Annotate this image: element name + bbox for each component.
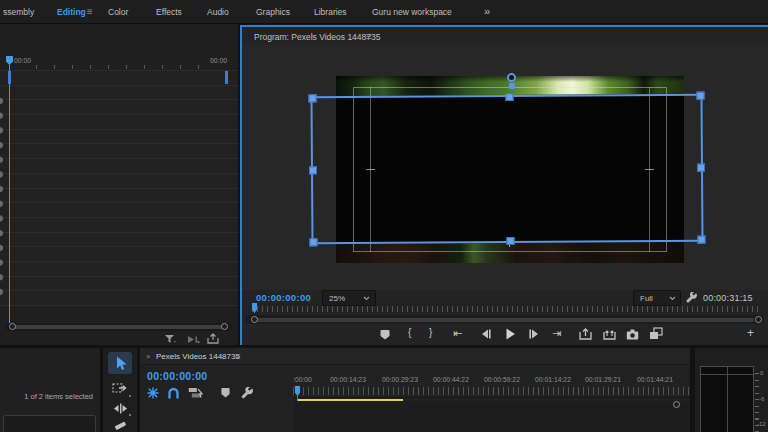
timeline-tab-row: × Pexels Videos 1448735 ≡ bbox=[140, 348, 690, 365]
program-header[interactable]: Program: Pexels Videos 1448735 ≡ bbox=[242, 27, 768, 45]
timeline-tab-label[interactable]: Pexels Videos 1448735 bbox=[156, 352, 240, 361]
ec-workarea-in-marker[interactable] bbox=[8, 71, 11, 84]
workspace-libraries[interactable]: Libraries bbox=[314, 7, 347, 17]
ec-hscrollbar-right-handle[interactable] bbox=[221, 323, 228, 330]
audio-scale-minus12: -12 bbox=[757, 421, 766, 427]
ruler-label: 00:01:44:21 bbox=[637, 376, 673, 383]
tab-close-icon[interactable]: × bbox=[146, 352, 151, 361]
snap-magnet-icon[interactable] bbox=[166, 386, 180, 399]
ec-hscrollbar-thumb[interactable] bbox=[14, 325, 224, 329]
timeline-timecode[interactable]: 00:00:00:00 bbox=[147, 370, 208, 382]
ec-playhead-line[interactable] bbox=[9, 64, 10, 331]
ec-workarea-out-marker[interactable] bbox=[225, 71, 228, 84]
ec-ruler-ticks[interactable] bbox=[36, 65, 212, 69]
program-panel-menu-icon[interactable]: ≡ bbox=[366, 31, 372, 42]
workspace-graphics[interactable]: Graphics bbox=[256, 7, 290, 17]
ruler-label: 00:00:44:22 bbox=[433, 376, 469, 383]
mark-out-icon[interactable]: } bbox=[429, 327, 432, 338]
program-title: Program: Pexels Videos 1448735 bbox=[254, 32, 380, 42]
ruler-label: :00:00 bbox=[293, 376, 312, 383]
workspace-editing[interactable]: Editing bbox=[57, 7, 86, 17]
audio-meter-channel-divider bbox=[727, 367, 728, 432]
program-current-timecode[interactable]: 00:00:00:00 bbox=[256, 292, 311, 303]
anchor-point-icon[interactable] bbox=[509, 83, 515, 89]
timeline-settings-wrench-icon[interactable] bbox=[240, 386, 254, 399]
transform-handle-top-left[interactable] bbox=[308, 94, 316, 102]
workspace-overflow-icon[interactable]: » bbox=[484, 5, 490, 17]
export-frame-camera-icon[interactable] bbox=[626, 328, 639, 340]
transform-bounding-box[interactable] bbox=[310, 94, 703, 245]
ec-hscrollbar-left-handle[interactable] bbox=[9, 323, 16, 330]
export-icon[interactable] bbox=[206, 333, 219, 344]
selection-tool[interactable] bbox=[108, 352, 132, 374]
ruler-label: 00:00:29:23 bbox=[382, 376, 418, 383]
playback-resolution-dropdown[interactable]: Full bbox=[633, 290, 681, 306]
ruler-label: 00:01:14:22 bbox=[535, 376, 571, 383]
razor-tool[interactable] bbox=[108, 419, 132, 432]
program-scrollbar-thumb[interactable] bbox=[256, 318, 754, 322]
tools-panel bbox=[103, 348, 137, 432]
extract-icon[interactable] bbox=[603, 328, 616, 340]
workspace-guru[interactable]: Guru new workspace bbox=[372, 7, 452, 17]
ripple-edit-tool[interactable] bbox=[108, 400, 132, 416]
ec-property-rows bbox=[0, 70, 238, 306]
program-viewer[interactable] bbox=[242, 45, 768, 290]
rotation-handle-icon[interactable] bbox=[507, 73, 516, 82]
workspace-bar: ssembly Editing ≡ Color Effects Audio Gr… bbox=[0, 0, 768, 24]
transform-handle-top-right[interactable] bbox=[696, 92, 704, 100]
lift-icon[interactable] bbox=[579, 328, 592, 340]
timeline-ruler-ticks[interactable] bbox=[293, 387, 690, 395]
program-duration-timecode: 00:00:31:15 bbox=[703, 293, 753, 303]
settings-wrench-icon[interactable] bbox=[685, 291, 698, 304]
timeline-panel: × Pexels Videos 1448735 ≡ 00:00:00:00 :0… bbox=[140, 348, 690, 432]
tool-flyout-dot bbox=[129, 414, 131, 416]
program-scrollbar-left-handle[interactable] bbox=[251, 316, 258, 323]
workspace-color[interactable]: Color bbox=[108, 7, 128, 17]
workspace-audio[interactable]: Audio bbox=[207, 7, 229, 17]
step-back-icon[interactable] bbox=[480, 329, 492, 339]
ec-ruler-start: 00:00 bbox=[14, 57, 31, 64]
workspace-effects[interactable]: Effects bbox=[156, 7, 182, 17]
timeline-tracks-area[interactable] bbox=[293, 401, 690, 432]
workspace-assembly[interactable]: ssembly bbox=[3, 7, 34, 17]
go-to-out-icon[interactable]: ⇥ bbox=[552, 327, 561, 340]
transform-handle-bottom-right[interactable] bbox=[697, 236, 705, 244]
transform-handle-top-center[interactable] bbox=[505, 93, 513, 101]
mark-in-icon[interactable]: { bbox=[408, 327, 411, 338]
audio-scale-0: 0 bbox=[760, 370, 763, 376]
nest-sequences-icon[interactable] bbox=[146, 386, 159, 399]
zoom-level-dropdown[interactable]: 25% bbox=[322, 290, 376, 306]
ec-playhead-head[interactable] bbox=[6, 56, 13, 65]
track-select-forward-tool[interactable] bbox=[108, 379, 132, 397]
program-scrollbar-right-handle[interactable] bbox=[755, 316, 762, 323]
step-forward-icon[interactable] bbox=[528, 329, 540, 339]
transform-handle-mid-left[interactable] bbox=[309, 166, 317, 174]
filter-properties-icon[interactable] bbox=[164, 334, 176, 344]
comparison-view-icon[interactable] bbox=[649, 327, 663, 340]
audio-meters-panel: 0 -6 -12 bbox=[695, 348, 768, 432]
ec-toggle-animation-icons[interactable] bbox=[0, 96, 5, 296]
add-marker-icon[interactable] bbox=[379, 329, 391, 340]
project-panel: 1 of 2 items selected bbox=[0, 348, 100, 432]
button-editor-plus-icon[interactable]: + bbox=[747, 326, 754, 340]
tool-flyout-dot bbox=[129, 395, 131, 397]
go-to-in-icon[interactable]: ⇤ bbox=[453, 327, 462, 340]
transform-handle-bottom-left[interactable] bbox=[309, 238, 317, 246]
workspace-menu-icon[interactable]: ≡ bbox=[87, 6, 93, 17]
program-monitor-panel: Program: Pexels Videos 1448735 ≡ bbox=[240, 25, 768, 345]
audio-scale-minus6: -6 bbox=[759, 396, 764, 402]
program-scrubber-ticks[interactable] bbox=[252, 306, 762, 312]
playback-resolution-value: Full bbox=[640, 294, 653, 303]
transform-handle-mid-right[interactable] bbox=[697, 164, 705, 172]
timeline-add-marker-icon[interactable] bbox=[220, 387, 231, 398]
timeline-vscrollbar-handle[interactable] bbox=[673, 401, 680, 408]
project-content-area[interactable] bbox=[3, 415, 96, 432]
effect-controls-panel: 00:00 00:00 bbox=[0, 24, 238, 348]
timeline-panel-menu-icon[interactable]: ≡ bbox=[235, 351, 240, 361]
transform-handle-bottom-center[interactable] bbox=[506, 237, 514, 245]
ec-ruler-end: 00:00 bbox=[210, 57, 227, 64]
ruler-label: 00:00:14:23 bbox=[330, 376, 366, 383]
play-icon[interactable] bbox=[504, 328, 516, 340]
play-audio-icon[interactable] bbox=[186, 334, 200, 344]
linked-selection-icon[interactable] bbox=[187, 386, 203, 399]
